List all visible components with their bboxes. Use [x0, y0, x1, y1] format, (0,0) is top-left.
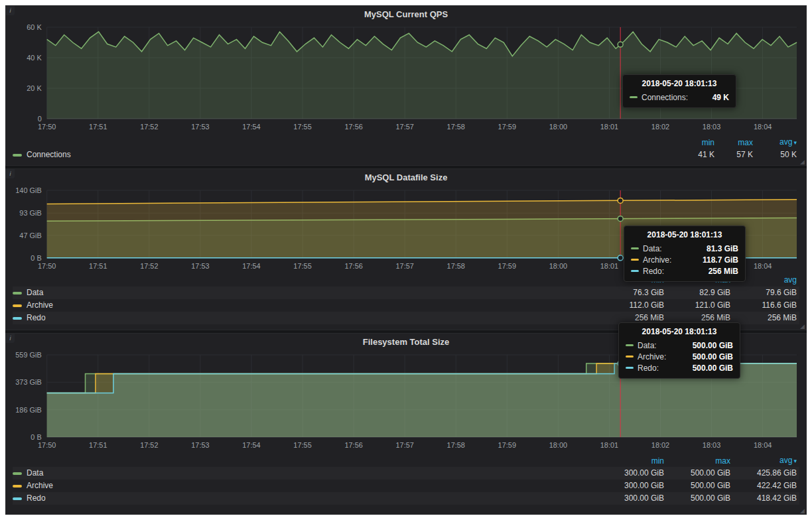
tooltip-timestamp: 2018-05-20 18:01:13	[630, 79, 729, 88]
svg-text:18:01: 18:01	[600, 123, 618, 131]
svg-text:17:52: 17:52	[140, 441, 158, 449]
svg-text:17:50: 17:50	[38, 441, 56, 449]
svg-text:18:00: 18:00	[549, 262, 567, 270]
svg-text:186 GiB: 186 GiB	[15, 406, 42, 414]
svg-text:17:56: 17:56	[344, 262, 362, 270]
series-color-dash	[626, 367, 634, 369]
legend-series-toggle[interactable]: Redo	[13, 492, 600, 505]
svg-text:18:00: 18:00	[549, 441, 567, 449]
svg-text:60 K: 60 K	[27, 23, 42, 31]
legend-avg-value: 256 MiB	[733, 312, 799, 324]
series-color-dash	[13, 472, 22, 475]
legend-max-value: 121.0 GiB	[667, 299, 733, 312]
svg-text:17:59: 17:59	[498, 262, 516, 270]
svg-text:0: 0	[38, 115, 42, 123]
series-color-dash	[13, 485, 22, 487]
legend-headers: min max avg▾	[13, 454, 799, 467]
tooltip-row: Data: 500.00 GiB	[626, 340, 733, 351]
svg-text:18:02: 18:02	[651, 123, 669, 131]
panel-resize-handle[interactable]: ◢	[800, 159, 805, 165]
series-color-dash	[13, 317, 22, 320]
panel-resize-handle[interactable]: ◢	[800, 324, 805, 330]
svg-text:17:54: 17:54	[242, 262, 260, 270]
legend-row-archive: Archive 112.0 GiB 121.0 GiB 116.6 GiB	[13, 299, 799, 312]
legend-max-value: 500.00 GiB	[667, 492, 733, 505]
legend-min-value: 112.0 GiB	[600, 299, 667, 312]
legend-min-value: 300.00 GiB	[600, 480, 667, 492]
svg-text:17:59: 17:59	[498, 123, 516, 131]
svg-text:17:59: 17:59	[498, 441, 516, 449]
legend-series-toggle[interactable]: Redo	[13, 312, 600, 324]
svg-text:17:55: 17:55	[293, 123, 311, 131]
legend-avg-value: 50 K	[756, 149, 799, 161]
legend-min-value: 41 K	[679, 149, 717, 161]
legend-header-min[interactable]: min	[679, 137, 717, 149]
legend-row-data: Data 300.00 GiB 500.00 GiB 425.86 GiB	[13, 467, 799, 480]
svg-text:17:55: 17:55	[293, 262, 311, 270]
tooltip-timestamp: 2018-05-20 18:01:13	[631, 230, 738, 239]
legend-row-archive: Archive 300.00 GiB 500.00 GiB 422.42 GiB	[13, 480, 799, 492]
svg-text:18:04: 18:04	[754, 441, 772, 449]
svg-text:18:04: 18:04	[754, 123, 772, 131]
dashboard: i MySQL Current QPS 020 K40 K60 K17:5017…	[5, 5, 807, 515]
svg-text:18:01: 18:01	[600, 441, 618, 449]
legend-header-max[interactable]: max	[717, 137, 756, 149]
svg-text:17:58: 17:58	[447, 123, 465, 131]
tooltip-row: Archive: 118.7 GiB	[631, 254, 738, 265]
legend-series-toggle[interactable]: Archive	[13, 480, 600, 492]
sort-caret-icon: ▾	[793, 458, 797, 464]
svg-text:18:02: 18:02	[651, 441, 669, 449]
legend-max-value: 82.9 GiB	[667, 287, 733, 299]
series-color-dash	[626, 356, 634, 358]
legend-avg-value: 422.42 GiB	[733, 480, 799, 492]
svg-text:0 B: 0 B	[31, 433, 41, 441]
legend-header-max[interactable]: max	[667, 455, 733, 468]
svg-text:17:51: 17:51	[89, 441, 107, 449]
panel-resize-handle[interactable]: ◢	[800, 508, 805, 514]
sort-caret-icon: ▾	[793, 139, 797, 146]
legend-row-data: Data 76.3 GiB 82.9 GiB 79.6 GiB	[13, 287, 799, 299]
svg-text:17:56: 17:56	[344, 123, 362, 131]
panel-title[interactable]: MySQL Current QPS	[6, 9, 806, 19]
legend-avg-value: 425.86 GiB	[733, 467, 799, 480]
svg-text:17:50: 17:50	[38, 262, 56, 270]
legend-min-value: 300.00 GiB	[600, 492, 667, 505]
series-color-dash	[630, 96, 638, 98]
svg-text:17:53: 17:53	[191, 441, 209, 449]
legend-avg-value: 79.6 GiB	[733, 287, 799, 299]
svg-text:17:56: 17:56	[344, 441, 362, 449]
series-color-dash	[13, 497, 22, 500]
legend: min max avg▾ Connections 41 K 57 K 50 K	[13, 136, 799, 161]
legend-max-value: 500.00 GiB	[667, 480, 733, 492]
svg-text:18:01: 18:01	[600, 262, 618, 270]
legend-series-toggle[interactable]: Data	[13, 287, 600, 299]
legend-row-connections: Connections 41 K 57 K 50 K	[13, 149, 799, 161]
legend-header-avg[interactable]: avg▾	[756, 136, 799, 149]
series-color-dash	[13, 292, 22, 294]
series-color-dash	[13, 154, 22, 157]
panel-title[interactable]: MySQL Datafile Size	[6, 172, 806, 182]
svg-text:47 GiB: 47 GiB	[19, 231, 41, 239]
legend-avg-value: 116.6 GiB	[733, 299, 799, 312]
tooltip-row: Archive: 500.00 GiB	[626, 351, 733, 362]
svg-text:17:58: 17:58	[447, 262, 465, 270]
legend-header-min[interactable]: min	[600, 455, 667, 468]
legend-series-toggle[interactable]: Archive	[13, 299, 600, 312]
legend-series-toggle[interactable]: Data	[13, 467, 600, 480]
svg-text:17:53: 17:53	[191, 262, 209, 270]
tooltip-filesystem: 2018-05-20 18:01:13 Data: 500.00 GiB Arc…	[618, 322, 740, 379]
tooltip-row: Redo: 256 MiB	[631, 265, 738, 277]
svg-text:17:52: 17:52	[140, 262, 158, 270]
svg-text:373 GiB: 373 GiB	[15, 378, 42, 386]
series-color-dash	[631, 270, 639, 272]
tooltip-datafile: 2018-05-20 18:01:13 Data: 81.3 GiB Archi…	[624, 226, 746, 282]
tooltip-row: Redo: 500.00 GiB	[626, 362, 733, 373]
legend-series-label: Data	[27, 287, 43, 299]
svg-text:559 GiB: 559 GiB	[15, 351, 42, 359]
series-color-dash	[631, 247, 639, 249]
svg-text:17:51: 17:51	[89, 123, 107, 131]
legend-series-toggle[interactable]: Connections	[13, 149, 679, 161]
legend-header-avg[interactable]: avg▾	[733, 454, 799, 468]
tooltip-row: Data: 81.3 GiB	[631, 243, 738, 254]
legend-series-label: Archive	[27, 299, 53, 312]
